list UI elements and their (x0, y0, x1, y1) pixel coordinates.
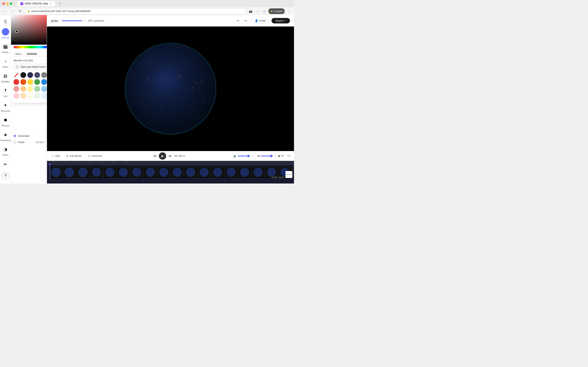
sidebar-item-settings[interactable]: ⚙ Settings (0, 26, 11, 40)
timing-automatic-label: Automatic (18, 134, 30, 137)
sidebar-item-elements[interactable]: ✦ Elements (0, 100, 11, 114)
sidebar-item-filters[interactable]: ◑ Filters (0, 144, 11, 158)
volume-icon: 🔊 (233, 154, 237, 158)
record-icon: ⏺ (2, 116, 9, 124)
sidebar-item-subtitles[interactable]: ▤ Subtitles (0, 71, 11, 84)
export-btn[interactable]: Export ↑ (272, 18, 290, 24)
hamburger-menu[interactable]: ☰ (2, 17, 9, 26)
swatch-light-green[interactable] (34, 86, 40, 92)
topbar: globe 83% Uploaded ↩ ↪ 👤 Invite Export (47, 15, 294, 26)
volume-slider[interactable] (238, 156, 254, 156)
minimize-window-btn[interactable] (6, 2, 9, 5)
swatch-light-orange[interactable] (20, 86, 26, 92)
zoom-in-btn[interactable]: ⊕ (278, 154, 280, 158)
track-thumb-7 (130, 167, 143, 178)
sidebar-item-audio[interactable]: ♪ Audio (0, 56, 11, 70)
hue-slider[interactable] (13, 46, 47, 48)
new-tab-btn[interactable]: + (56, 1, 64, 6)
zoom-slider[interactable] (261, 156, 277, 156)
sidebar-item-help[interactable]: ? (0, 170, 11, 181)
bookmark-btn[interactable]: ☆ (255, 8, 260, 14)
swatch-orange[interactable] (20, 79, 26, 85)
close-window-btn[interactable] (2, 2, 5, 5)
swatch-gray[interactable] (41, 72, 47, 78)
camera-off-btn[interactable]: 📷 (248, 8, 253, 14)
more-options-btn[interactable]: ⋮ (286, 8, 292, 14)
svg-point-24 (197, 83, 198, 84)
tab-close-btn[interactable]: ✕ (49, 2, 52, 5)
svg-point-50 (173, 168, 182, 177)
color-swatches (13, 72, 47, 99)
sidebar-item-record[interactable]: ⏺ Record (0, 115, 11, 128)
main-content: globe 83% Uploaded ↩ ↪ 👤 Invite Export (47, 15, 294, 184)
sidebar-item-text[interactable]: T Text (0, 85, 11, 99)
swatch-pale-red[interactable] (13, 93, 19, 99)
playhead[interactable] (50, 165, 50, 180)
swatch-transparent[interactable] (13, 72, 19, 78)
svg-point-22 (203, 102, 204, 102)
timing-automatic-radio[interactable] (13, 134, 16, 137)
refresh-btn[interactable]: ↻ (17, 8, 23, 14)
timing-fixed-option[interactable]: Fixed 00:30.5 (13, 139, 44, 145)
swatch-blue[interactable] (41, 79, 47, 85)
swatch-black[interactable] (20, 72, 26, 78)
forward-btn[interactable]: → (10, 8, 16, 14)
swatch-dark-navy[interactable] (27, 72, 33, 78)
maximize-window-btn[interactable] (10, 2, 12, 5)
lock-icon: 🔒 (27, 10, 30, 12)
swatch-navy[interactable] (34, 72, 40, 78)
sidebar-item-transitions[interactable]: ◈ Transitions (0, 129, 11, 143)
redo-btn[interactable]: ↪ (242, 17, 249, 24)
swatch-red[interactable] (13, 79, 19, 85)
zoom-out-btn[interactable]: ⊖ (258, 154, 260, 158)
swatch-pale-green[interactable] (34, 93, 40, 99)
hex-format-btn[interactable]: Hex ▾ (13, 52, 23, 57)
sidebar-label-subtitles: Subtitles (1, 80, 10, 83)
track-thumb-15 (238, 167, 251, 178)
swatch-green[interactable] (34, 79, 40, 85)
address-bar[interactable]: 🔒 veed.io/edit/abcb1297-5a01-4d77-b2aa-a… (25, 8, 246, 14)
privacy-label[interactable]: Privacy (272, 176, 278, 178)
skip-back-btn[interactable]: ⏮ (152, 153, 157, 159)
play-btn[interactable]: ▶ (159, 152, 166, 160)
back-btn[interactable]: ← (2, 8, 8, 14)
active-tab[interactable]: V VEED CREATE | Edit ✕ (17, 1, 55, 6)
hex-input[interactable] (25, 52, 47, 57)
swatch-light-yellow[interactable] (27, 86, 33, 92)
tab-cast-btn[interactable]: ▭ (261, 8, 267, 14)
sidebar-item-edit[interactable]: ✏ (0, 159, 11, 170)
timing-fixed-radio[interactable] (13, 141, 16, 143)
svg-point-58 (227, 168, 236, 177)
swatch-pale-orange[interactable] (20, 93, 26, 99)
volume-handle[interactable] (247, 155, 250, 157)
swatch-pale-yellow[interactable] (27, 93, 33, 99)
invite-btn[interactable]: 👤 Invite (251, 18, 269, 24)
svg-point-27 (138, 53, 171, 86)
swatch-pale-blue[interactable] (41, 93, 47, 99)
hue-handle[interactable] (13, 46, 16, 49)
zoom-handle[interactable] (270, 155, 273, 157)
color-gradient[interactable] (11, 15, 47, 45)
skip-forward-btn[interactable]: ⏭ (168, 153, 173, 159)
timeline-container: ✂ Split ⊕ Add Media 🎙 Voiceover ⏮ ▶ ⏭ 00… (47, 151, 294, 184)
settings-icon: ⚙ (2, 28, 9, 35)
sidebar-item-media[interactable]: 🎬 Media (0, 41, 11, 55)
transitions-icon: ◈ (2, 131, 9, 138)
svg-point-9 (180, 75, 180, 76)
voiceover-btn[interactable]: 🎙 Voiceover (86, 154, 104, 158)
swatch-light-red[interactable] (13, 86, 19, 92)
swatch-light-blue[interactable] (41, 86, 47, 92)
settings-panel: Hex ▾ 🖊 BRAND COLORS 📋 Save your brand c… (11, 15, 47, 184)
volume-controls: 🔊 (233, 154, 254, 158)
save-brand-btn[interactable]: 📋 Save your brand colors ⚡ (13, 63, 47, 70)
split-btn[interactable]: ✂ Split (50, 154, 61, 158)
timeline-ruler: ▼ 5 10 15 20 25 30 (47, 161, 294, 165)
undo-btn[interactable]: ↩ (235, 17, 242, 24)
track-thumb-2 (63, 167, 76, 178)
terms-label[interactable]: Terms (279, 176, 284, 178)
swatch-yellow[interactable] (27, 79, 33, 85)
fit-btn[interactable]: Fit (281, 155, 284, 157)
timing-automatic-option[interactable]: Automatic (13, 133, 44, 139)
color-picker-handle[interactable] (15, 30, 18, 33)
add-media-btn[interactable]: ⊕ Add Media (65, 154, 83, 158)
